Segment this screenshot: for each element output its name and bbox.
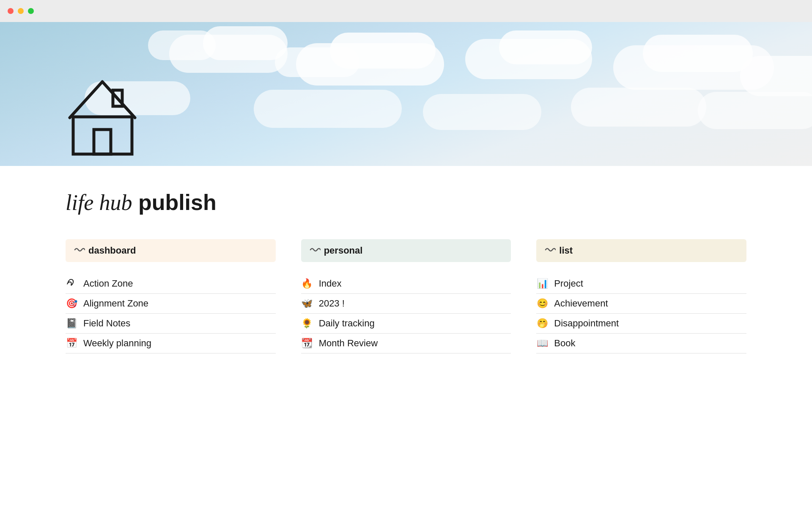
- month-review-label: Month Review: [319, 338, 378, 349]
- dashboard-column: dashboard Action Zone 🎯 Alignment Zone 📓…: [66, 239, 276, 353]
- index-icon: 🔥: [301, 278, 313, 289]
- alignment-zone-label: Alignment Zone: [83, 298, 148, 309]
- wave-icon-list: [545, 246, 556, 255]
- dashboard-header: dashboard: [66, 239, 276, 262]
- svg-rect-1: [73, 117, 132, 154]
- month-review-item[interactable]: 📆 Month Review: [301, 334, 511, 353]
- list-column: list 📊 Project 😊 Achievement 🤭 Disappoin…: [536, 239, 746, 353]
- columns-container: dashboard Action Zone 🎯 Alignment Zone 📓…: [66, 239, 746, 353]
- svg-rect-2: [94, 130, 111, 154]
- main-content: life hub publish dashboard: [0, 166, 812, 387]
- close-button[interactable]: [8, 8, 14, 14]
- weekly-planning-item[interactable]: 📅 Weekly planning: [66, 334, 276, 353]
- book-item[interactable]: 📖 Book: [536, 334, 746, 353]
- disappointment-label: Disappointment: [554, 318, 619, 329]
- wave-icon-personal: [310, 246, 321, 255]
- achievement-item[interactable]: 😊 Achievement: [536, 294, 746, 314]
- achievement-label: Achievement: [554, 298, 608, 309]
- action-zone-icon: [66, 278, 77, 289]
- weekly-planning-icon: 📅: [66, 338, 77, 349]
- hero-banner: [0, 22, 812, 166]
- personal-column: personal 🔥 Index 🦋 2023 ! 🌻 Daily tracki…: [301, 239, 511, 353]
- wave-icon-dashboard: [74, 246, 85, 255]
- achievement-icon: 😊: [536, 298, 548, 309]
- month-review-icon: 📆: [301, 338, 313, 349]
- personal-header: personal: [301, 239, 511, 262]
- field-notes-icon: 📓: [66, 318, 77, 329]
- project-label: Project: [554, 278, 583, 289]
- title-bar: [0, 0, 812, 22]
- title-bold: publish: [138, 190, 217, 215]
- action-zone-label: Action Zone: [83, 278, 133, 289]
- index-label: Index: [319, 278, 342, 289]
- minimize-button[interactable]: [18, 8, 24, 14]
- action-zone-item[interactable]: Action Zone: [66, 274, 276, 294]
- disappointment-item[interactable]: 🤭 Disappointment: [536, 314, 746, 334]
- weekly-planning-label: Weekly planning: [83, 338, 151, 349]
- page-title: life hub publish: [66, 189, 746, 216]
- dashboard-label: dashboard: [88, 245, 136, 256]
- daily-tracking-icon: 🌻: [301, 318, 313, 329]
- index-item[interactable]: 🔥 Index: [301, 274, 511, 294]
- alignment-zone-icon: 🎯: [66, 298, 77, 309]
- project-item[interactable]: 📊 Project: [536, 274, 746, 294]
- list-label: list: [559, 245, 573, 256]
- year-label: 2023 !: [319, 298, 345, 309]
- daily-tracking-label: Daily tracking: [319, 318, 375, 329]
- maximize-button[interactable]: [28, 8, 34, 14]
- field-notes-item[interactable]: 📓 Field Notes: [66, 314, 276, 334]
- alignment-zone-item[interactable]: 🎯 Alignment Zone: [66, 294, 276, 314]
- house-icon: [66, 77, 140, 157]
- year-icon: 🦋: [301, 298, 313, 309]
- project-icon: 📊: [536, 278, 548, 289]
- personal-label: personal: [324, 245, 363, 256]
- daily-tracking-item[interactable]: 🌻 Daily tracking: [301, 314, 511, 334]
- book-label: Book: [554, 338, 575, 349]
- field-notes-label: Field Notes: [83, 318, 130, 329]
- title-italic: life hub: [66, 190, 132, 215]
- book-icon: 📖: [536, 338, 548, 349]
- year-item[interactable]: 🦋 2023 !: [301, 294, 511, 314]
- disappointment-icon: 🤭: [536, 318, 548, 329]
- list-header: list: [536, 239, 746, 262]
